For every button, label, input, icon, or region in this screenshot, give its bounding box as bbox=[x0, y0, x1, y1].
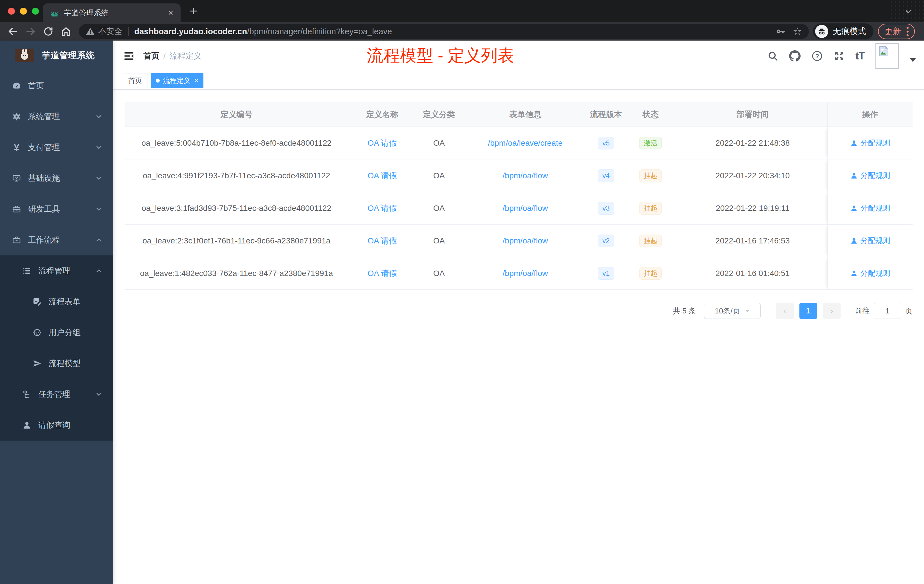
definition-name-link[interactable]: OA 请假 bbox=[368, 203, 397, 214]
window-controls[interactable] bbox=[8, 8, 39, 15]
sidebar-item-devtools[interactable]: 研发工具 bbox=[0, 194, 113, 224]
sidebar-item-label: 用户分组 bbox=[49, 327, 81, 338]
browser-tab[interactable]: 芋道管理系统 × bbox=[43, 3, 181, 22]
browser-toolbar: 不安全 dashboard.yudao.iocoder.cn/bpm/manag… bbox=[0, 22, 924, 41]
home-icon[interactable] bbox=[57, 23, 75, 40]
assign-rule-button[interactable]: 分配规则 bbox=[850, 171, 890, 181]
sidebar-item-workflow[interactable]: 工作流程 bbox=[0, 224, 113, 256]
sidebar-item-task-management[interactable]: 任务管理 bbox=[0, 379, 113, 410]
sidebar-item-leave-query[interactable]: 请假查询 bbox=[0, 410, 113, 440]
dashboard-icon bbox=[12, 81, 22, 90]
update-label: 更新 bbox=[884, 26, 901, 38]
sidebar-item-system[interactable]: 系统管理 bbox=[0, 101, 113, 132]
assign-rule-button[interactable]: 分配规则 bbox=[850, 268, 890, 278]
chevron-down-icon bbox=[95, 144, 103, 152]
sidebar-item-user-group[interactable]: 用户分组 bbox=[0, 317, 113, 348]
toolbox-icon bbox=[12, 205, 22, 214]
definition-name-link[interactable]: OA 请假 bbox=[368, 170, 397, 181]
definition-name-link[interactable]: OA 请假 bbox=[368, 268, 397, 279]
active-dot bbox=[156, 79, 160, 82]
browser-menu-icon[interactable] bbox=[907, 27, 909, 36]
window-close-button[interactable] bbox=[8, 8, 15, 15]
tag-home[interactable]: 首页 bbox=[123, 73, 147, 88]
briefcase-icon bbox=[12, 236, 22, 244]
window-zoom-button[interactable] bbox=[32, 8, 39, 15]
bookmark-star-icon[interactable]: ☆ bbox=[793, 26, 802, 36]
status-badge: 挂起 bbox=[639, 170, 662, 182]
sidebar-item-label: 基础设施 bbox=[28, 173, 60, 184]
status-badge: 激活 bbox=[639, 137, 662, 149]
deploy-time: 2022-01-22 21:48:38 bbox=[678, 127, 827, 159]
version-badge: v3 bbox=[598, 202, 614, 214]
column-header: 流程版本 bbox=[589, 102, 623, 127]
paper-plane-icon bbox=[32, 359, 42, 368]
sidebar-item-label: 系统管理 bbox=[28, 111, 60, 122]
deploy-time: 2022-01-16 01:40:51 bbox=[678, 257, 827, 289]
sidebar-item-label: 支付管理 bbox=[28, 142, 60, 153]
sidebar: 芋道管理系统 首页 系统管理 ¥ 支付管理 基础设施 研发工具 bbox=[0, 41, 113, 584]
security-warning-icon[interactable] bbox=[86, 27, 95, 36]
pagination-total: 共 5 条 bbox=[673, 306, 696, 316]
assign-rule-button[interactable]: 分配规则 bbox=[850, 203, 890, 213]
form-link[interactable]: /bpm/oa/leave/create bbox=[488, 139, 563, 148]
page-size-select[interactable]: 10条/页 bbox=[704, 303, 761, 319]
select-caret-icon bbox=[745, 310, 750, 312]
definition-category: OA bbox=[416, 159, 462, 192]
breadcrumb-home[interactable]: 首页 bbox=[144, 51, 159, 61]
sidebar-logo[interactable]: 芋道管理系统 bbox=[0, 41, 113, 70]
avatar-caret-icon[interactable] bbox=[910, 58, 916, 62]
form-link[interactable]: /bpm/oa/flow bbox=[503, 171, 548, 180]
definition-category: OA bbox=[416, 127, 462, 159]
sidebar-item-label: 流程表单 bbox=[49, 296, 81, 307]
sidebar-item-infrastructure[interactable]: 基础设施 bbox=[0, 163, 113, 194]
sidebar-item-label: 首页 bbox=[28, 80, 44, 91]
font-size-icon[interactable]: tT bbox=[855, 50, 865, 62]
definition-name-link[interactable]: OA 请假 bbox=[368, 236, 397, 246]
forward-icon[interactable] bbox=[22, 23, 40, 40]
tag-process-definition[interactable]: 流程定义 × bbox=[151, 73, 203, 88]
next-page-button[interactable]: › bbox=[823, 303, 841, 319]
sidebar-item-process-form[interactable]: 流程表单 bbox=[0, 286, 113, 317]
prev-page-button[interactable]: ‹ bbox=[776, 303, 794, 319]
definition-id: oa_leave:2:3c1f0ef1-76b1-11ec-9c66-a2380… bbox=[125, 224, 348, 257]
version-badge: v5 bbox=[598, 137, 614, 149]
browser-update-button[interactable]: 更新 bbox=[878, 24, 915, 39]
form-link[interactable]: /bpm/oa/flow bbox=[503, 236, 548, 246]
reload-icon[interactable] bbox=[40, 23, 57, 40]
sidebar-item-home[interactable]: 首页 bbox=[0, 70, 113, 101]
search-icon[interactable] bbox=[767, 51, 778, 61]
github-icon[interactable] bbox=[789, 50, 800, 62]
password-key-icon[interactable] bbox=[776, 26, 785, 36]
column-header: 表单信息 bbox=[462, 102, 589, 127]
fullscreen-icon[interactable] bbox=[834, 51, 845, 61]
goto-label: 前往 bbox=[855, 306, 870, 316]
sidebar-item-process-management[interactable]: 流程管理 bbox=[0, 256, 113, 286]
sidebar-item-label: 工作流程 bbox=[28, 234, 60, 246]
assign-rule-button[interactable]: 分配规则 bbox=[850, 236, 890, 246]
page-title: 流程模型 - 定义列表 bbox=[367, 45, 514, 67]
avatar[interactable] bbox=[875, 43, 899, 69]
form-icon bbox=[32, 297, 42, 306]
address-bar[interactable]: 不安全 dashboard.yudao.iocoder.cn/bpm/manag… bbox=[79, 24, 809, 39]
form-link[interactable]: /bpm/oa/flow bbox=[503, 204, 548, 213]
url-text[interactable]: dashboard.yudao.iocoder.cn/bpm/manager/d… bbox=[134, 27, 768, 36]
main-content: 定义编号 定义名称 定义分类 表单信息 流程版本 状态 部署时间 操作 oa_l… bbox=[113, 90, 924, 584]
assign-rule-button[interactable]: 分配规则 bbox=[850, 138, 890, 148]
goto-unit: 页 bbox=[905, 306, 912, 316]
new-tab-button[interactable]: + bbox=[190, 4, 198, 18]
help-icon[interactable]: ? bbox=[812, 50, 823, 62]
form-link[interactable]: /bpm/oa/flow bbox=[503, 269, 548, 278]
sidebar-item-process-model[interactable]: 流程模型 bbox=[0, 348, 113, 379]
tab-search-chevron-icon[interactable] bbox=[904, 7, 912, 16]
sidebar-item-payment[interactable]: ¥ 支付管理 bbox=[0, 132, 113, 163]
window-minimize-button[interactable] bbox=[20, 8, 27, 15]
hamburger-icon[interactable] bbox=[123, 50, 135, 62]
tab-close-icon[interactable]: × bbox=[168, 8, 173, 18]
user-icon bbox=[850, 205, 858, 212]
current-page-button[interactable]: 1 bbox=[799, 303, 817, 319]
goto-page-input[interactable]: 1 bbox=[874, 303, 901, 319]
tag-close-icon[interactable]: × bbox=[195, 77, 198, 84]
back-icon[interactable] bbox=[4, 23, 22, 40]
incognito-label: 无痕模式 bbox=[833, 26, 866, 37]
definition-name-link[interactable]: OA 请假 bbox=[368, 138, 397, 148]
